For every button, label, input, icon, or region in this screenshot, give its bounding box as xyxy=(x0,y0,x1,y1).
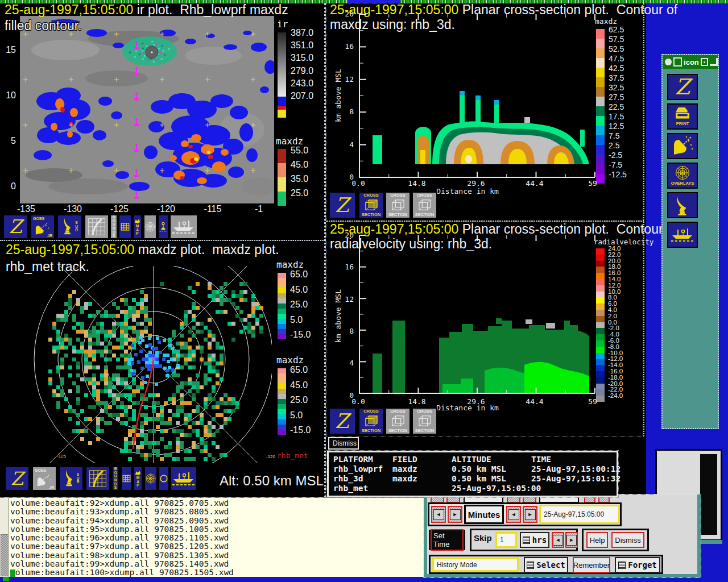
remember-button[interactable]: Remember xyxy=(573,557,610,573)
toolbar-goes-ir-button[interactable]: GOES.IR xyxy=(30,214,55,239)
window-menu-icon[interactable] xyxy=(665,59,672,65)
dismiss-button[interactable]: Dismiss xyxy=(611,532,644,548)
colorbar-cell xyxy=(596,39,605,48)
ir-panel-time: 25-aug-1997,15:05:00 xyxy=(5,2,133,17)
set-time-button[interactable]: Set Time xyxy=(429,530,465,550)
radar-ppi-plot[interactable] xyxy=(5,266,272,463)
left-arrow-icon: ◄ xyxy=(433,509,444,520)
menu-icon xyxy=(527,562,534,569)
toolbar-z-button[interactable]: Z xyxy=(5,466,30,491)
toolbar-ship-button[interactable] xyxy=(170,466,197,491)
colorbar-cell xyxy=(596,273,605,279)
colorbar-cell xyxy=(278,288,286,293)
icon-palette-title: icon xyxy=(684,58,699,66)
toolbar-sur-button[interactable]: SUR xyxy=(57,214,82,239)
cross-section-velocity-plot[interactable] xyxy=(354,232,597,400)
terminal-line: volume:beaufait:98>xdump.all 970825.1305… xyxy=(10,551,234,560)
toolbar-cross-section-button[interactable]: CROSSSECTION xyxy=(385,408,411,435)
colorbar-value: 65.0 xyxy=(290,365,308,375)
terminal-scrollbar-thumb[interactable] xyxy=(1,534,9,576)
colorbar-cell xyxy=(278,409,286,414)
icon-palette-titlebar[interactable]: icon xyxy=(663,55,718,69)
colorbar-cell xyxy=(278,309,286,314)
skip-units-button[interactable]: hrs xyxy=(520,532,549,548)
terminal-window[interactable]: volume:beaufait:92>xdump.all 970825.0705… xyxy=(0,497,424,577)
xsec-dismiss-button[interactable]: Dismiss xyxy=(328,437,359,450)
axis-tick-label: -135 xyxy=(17,204,35,214)
palette-satellite-button[interactable] xyxy=(667,133,698,159)
toolbar-cross-section-button[interactable]: CROSSSECTION xyxy=(412,192,437,219)
toolbar-grid-button[interactable] xyxy=(121,466,133,491)
toolbar-buoy-button[interactable] xyxy=(158,214,169,239)
palette-radar-button[interactable] xyxy=(667,192,698,218)
axis-tick-label: 14.8 xyxy=(408,179,425,188)
axis-tick-label: 10 xyxy=(1,90,16,101)
toolbar-z-button[interactable]: Z xyxy=(329,192,356,219)
maximize-icon[interactable] xyxy=(710,58,718,66)
toolbar-map-button[interactable]: MAP xyxy=(133,214,142,239)
colorbar-cell xyxy=(278,368,286,373)
time-control-panel: ◄ ► Minutes ◄ ► 25-Aug-97,15:05:00 Set T… xyxy=(424,494,701,577)
xsec1-xlabel: Distance in km xyxy=(436,187,499,196)
history-mode-field[interactable]: History Mode xyxy=(432,558,519,572)
ir-satellite-image[interactable] xyxy=(20,16,274,203)
colorbar-cell xyxy=(278,329,286,334)
iconify-icon[interactable] xyxy=(673,57,682,66)
step-forward-button[interactable]: ► xyxy=(523,506,537,523)
table-cell: 0.50 km MSL xyxy=(452,464,506,473)
colorbar-value: 32.5 xyxy=(609,83,624,92)
step-back-button[interactable]: ◄ xyxy=(506,506,521,523)
toolbar-bounds-button[interactable]: BOUNDS xyxy=(111,466,119,491)
skip-field[interactable]: 1 xyxy=(495,532,517,548)
table-cell: maxdz xyxy=(392,464,417,473)
colorbar-value: 22.5 xyxy=(609,102,624,111)
toolbar-goes-ir-button[interactable]: GOES.IR xyxy=(32,466,57,491)
toolbar-bounds-button[interactable]: BOUNDS xyxy=(110,214,118,239)
minutes-button[interactable]: Minutes xyxy=(464,505,504,524)
colorbar-cell xyxy=(596,164,605,174)
cross-section-maxdz-plot[interactable] xyxy=(354,10,597,181)
toolbar-z-button[interactable]: Z xyxy=(3,214,28,239)
colorbar-cell xyxy=(596,261,605,267)
table-header: PLATFORM xyxy=(333,455,373,464)
colorbar-value: -15.0 xyxy=(290,425,311,435)
altitude-readout: Alt: 0.50 km MSL xyxy=(220,473,324,489)
skip-back-button[interactable]: ◄ xyxy=(552,532,564,548)
vertical-divider xyxy=(324,3,326,497)
datetime-field[interactable]: 25-Aug-97,15:05:00 xyxy=(539,505,620,524)
toolbar-grid-track-button[interactable] xyxy=(84,214,109,239)
select-button[interactable]: Select xyxy=(524,557,568,573)
terminal-line: volume:beaufait:93>xdump.all 970825.0805… xyxy=(10,508,234,516)
toolbar-z-button[interactable]: Z xyxy=(329,408,356,435)
colorbar-cell xyxy=(596,396,605,402)
colorbar-value: -24.0 xyxy=(608,392,623,399)
horizontal-divider-2 xyxy=(0,240,325,241)
palette-overlays-button[interactable]: OVERLAYS xyxy=(667,163,698,189)
palette-print-button[interactable]: PRINT xyxy=(667,103,698,130)
terminal-line: volume:beaufait:99>xdump.all 970825.1405… xyxy=(10,560,234,568)
toolbar-map-button[interactable]: MAP xyxy=(133,466,143,491)
skip-forward-button[interactable]: ► xyxy=(565,532,578,548)
toolbar-ship-button[interactable] xyxy=(169,214,198,239)
forget-button[interactable]: Forget xyxy=(615,557,660,573)
toolbar-cross-section-button[interactable]: CROSSSECTION xyxy=(358,408,384,435)
section-label: SECTION xyxy=(362,213,380,217)
palette-zebra-button[interactable]: Z xyxy=(667,74,698,100)
help-button[interactable]: Help xyxy=(586,532,608,548)
toolbar-cross-section-button[interactable]: CROSSSECTION xyxy=(385,192,411,219)
toolbar-circle-button[interactable] xyxy=(158,466,169,491)
toolbar-grid-button[interactable] xyxy=(118,214,132,239)
toolbar-cross-section-button[interactable]: CROSSSECTION xyxy=(412,408,437,435)
minutes-forward-button[interactable]: ► xyxy=(448,506,462,523)
toolbar-grid-track-button[interactable] xyxy=(85,466,110,491)
axis-tick-label: -125 xyxy=(110,204,129,214)
toolbar-rings-button[interactable] xyxy=(143,214,157,239)
palette-ship-button[interactable] xyxy=(667,222,698,248)
colorbar-cell xyxy=(596,316,605,322)
toolbar-sur-button[interactable]: SUR xyxy=(59,466,84,491)
toolbar-rings-button[interactable] xyxy=(144,466,158,491)
toolbar-cross-section-button[interactable]: CROSSSECTION xyxy=(358,192,384,219)
minutes-back-button[interactable]: ◄ xyxy=(431,506,446,523)
restore-icon[interactable] xyxy=(701,58,709,66)
table-cell: 25-Aug-97,15:01:32 xyxy=(531,474,621,483)
